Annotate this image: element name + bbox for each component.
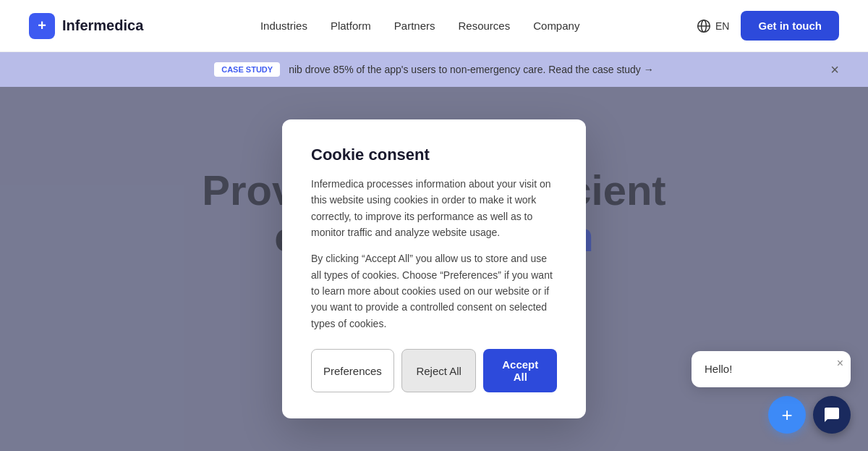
reject-all-button[interactable]: Reject All: [401, 349, 477, 392]
plus-icon: +: [781, 404, 792, 426]
logo[interactable]: + Infermedica: [29, 13, 143, 39]
banner-text[interactable]: nib drove 85% of the app's users to non-…: [289, 64, 654, 75]
banner-badge: CASE STUDY: [214, 62, 280, 77]
language-label: EN: [715, 20, 729, 32]
nav-link-industries[interactable]: Industries: [260, 20, 307, 32]
nav-link-company[interactable]: Company: [533, 20, 579, 32]
modal-title: Cookie consent: [311, 146, 557, 164]
hero-section: Provide the nd efficientcare witymptom c…: [0, 87, 868, 451]
chat-plus-button[interactable]: +: [768, 396, 806, 434]
chat-main-button[interactable]: [813, 396, 851, 434]
accept-all-button[interactable]: Accept All: [483, 349, 557, 392]
logo-icon: +: [29, 13, 55, 39]
chat-icon: [823, 406, 841, 423]
chat-bubble-close-button[interactable]: ×: [837, 357, 843, 370]
nav-link-platform[interactable]: Platform: [331, 20, 371, 32]
announcement-banner: CASE STUDY nib drove 85% of the app's us…: [0, 52, 868, 87]
modal-body-1: Infermedica processes information about …: [311, 176, 557, 241]
chat-widget: × Hello! +: [692, 351, 851, 434]
banner-close-button[interactable]: ×: [830, 62, 839, 78]
navbar: + Infermedica Industries Platform Partne…: [0, 0, 868, 52]
nav-link-resources[interactable]: Resources: [459, 20, 511, 32]
chat-hello-bubble: × Hello!: [692, 351, 851, 387]
language-selector[interactable]: EN: [697, 19, 729, 33]
nav-links: Industries Platform Partners Resources C…: [260, 20, 580, 32]
nav-right: EN Get in touch: [697, 11, 839, 41]
modal-actions: Preferences Reject All Accept All: [311, 349, 557, 392]
nav-link-partners[interactable]: Partners: [394, 20, 435, 32]
chat-hello-text: Hello!: [705, 363, 732, 375]
globe-icon: [697, 19, 711, 33]
modal-body-2: By clicking “Accept All” you allow us to…: [311, 250, 557, 332]
preferences-button[interactable]: Preferences: [311, 349, 394, 392]
get-in-touch-button[interactable]: Get in touch: [741, 11, 839, 41]
chat-fab-row: +: [692, 396, 851, 434]
cookie-consent-modal: Cookie consent Infermedica processes inf…: [282, 119, 586, 419]
logo-text: Infermedica: [62, 17, 143, 34]
